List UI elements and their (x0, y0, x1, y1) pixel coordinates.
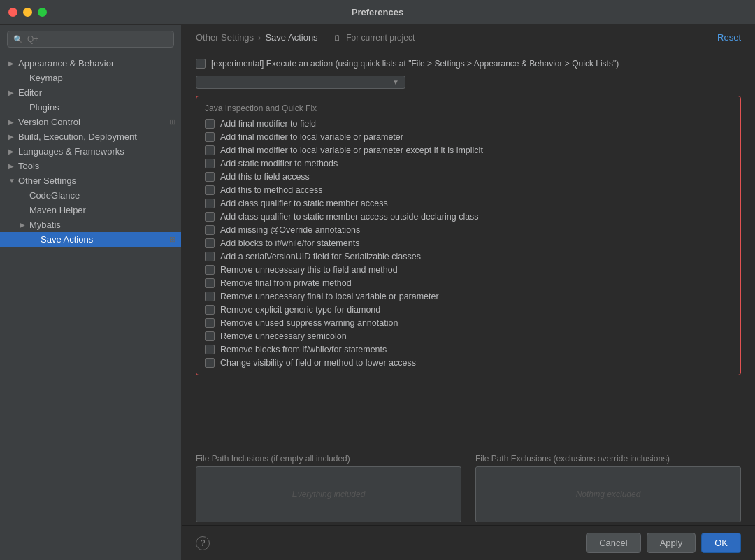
inspection-checkbox[interactable] (205, 119, 215, 129)
sidebar-item-plugins[interactable]: Plugins (0, 100, 181, 115)
inspection-checkbox[interactable] (205, 212, 215, 222)
chevron-right-icon: ▶ (8, 133, 18, 141)
chevron-right-icon: ▶ (8, 148, 18, 155)
titlebar: Preferences (0, 0, 755, 25)
chevron-right-icon: ▶ (20, 221, 29, 229)
list-item: Add a serialVersionUID field for Seriali… (205, 252, 732, 261)
list-item: Add static modifier to methods (205, 159, 732, 168)
sidebar-item-save-actions[interactable]: Save Actions ⊞ (0, 232, 181, 247)
inspection-checkbox[interactable] (205, 145, 215, 155)
chevron-right-icon: ▶ (8, 59, 18, 67)
sidebar-item-other-settings[interactable]: ▼ Other Settings (0, 173, 181, 188)
list-item: Add final modifier to local variable or … (205, 132, 732, 142)
sidebar-item-appearance[interactable]: ▶ Appearance & Behavior (0, 56, 181, 71)
inspection-item-label: Add blocks to if/while/for statements (220, 238, 359, 248)
sidebar-item-tools[interactable]: ▶ Tools (0, 159, 181, 173)
sidebar-item-label: Languages & Frameworks (18, 146, 124, 157)
inspection-checkbox[interactable] (205, 358, 215, 368)
exclusions-label: File Path Exclusions (exclusions overrid… (475, 454, 741, 464)
file-path-inclusions-col: File Path Inclusions (if empty all inclu… (196, 454, 461, 522)
search-container[interactable]: 🔍 (7, 31, 174, 48)
inspection-item-label: Add this to method access (220, 185, 323, 195)
maximize-button[interactable] (38, 8, 47, 17)
copy-icon: ⊞ (169, 235, 175, 244)
exclusions-area: Nothing excluded (475, 466, 741, 522)
inspection-item-label: Add class qualifier to static member acc… (220, 212, 479, 222)
inspection-checkbox[interactable] (205, 185, 215, 195)
inspection-item-label: Add a serialVersionUID field for Seriali… (220, 252, 421, 261)
inspection-checkbox[interactable] (205, 265, 215, 275)
list-item: Add this to field access (205, 172, 732, 182)
inspection-checkbox[interactable] (205, 292, 215, 301)
window-controls (8, 8, 47, 17)
list-item: Remove explicit generic type for diamond (205, 305, 732, 315)
inspection-title: Java Inspection and Quick Fix (205, 103, 732, 113)
experimental-label: [experimental] Execute an action (using … (211, 59, 619, 69)
inspection-item-label: Add static modifier to methods (220, 159, 338, 168)
inspection-checkbox[interactable] (205, 132, 215, 142)
file-paths-section: File Path Inclusions (if empty all inclu… (182, 454, 755, 525)
ok-button[interactable]: OK (701, 533, 741, 553)
file-path-exclusions-col: File Path Exclusions (exclusions overrid… (475, 454, 741, 522)
breadcrumb-separator: › (258, 32, 261, 43)
inspection-item-label: Remove blocks from if/while/for statemen… (220, 345, 387, 354)
inspection-checkbox[interactable] (205, 225, 215, 235)
chevron-down-icon: ▼ (392, 78, 399, 86)
cancel-button[interactable]: Cancel (586, 533, 640, 553)
list-item: Remove unused suppress warning annotatio… (205, 318, 732, 328)
sidebar-item-version-control[interactable]: ▶ Version Control ⊞ (0, 115, 181, 129)
sidebar-item-label: Maven Helper (29, 205, 86, 215)
experimental-checkbox[interactable] (196, 59, 206, 69)
inspection-checkbox[interactable] (205, 238, 215, 248)
search-input[interactable] (27, 34, 168, 44)
inspection-checkbox[interactable] (205, 252, 215, 261)
sidebar-item-label: Plugins (29, 102, 59, 113)
sidebar-item-label: Version Control (18, 117, 80, 127)
sidebar-item-codeglance[interactable]: CodeGlance (0, 188, 181, 203)
inclusions-label: File Path Inclusions (if empty all inclu… (196, 454, 461, 464)
inspection-checkbox[interactable] (205, 159, 215, 168)
sidebar-item-mybatis[interactable]: ▶ Mybatis (0, 217, 181, 232)
list-item: Remove unnecessary final to local variab… (205, 292, 732, 301)
inspection-checkbox[interactable] (205, 172, 215, 182)
inspection-checkbox[interactable] (205, 305, 215, 315)
inclusions-area: Everything included (196, 466, 461, 522)
sidebar-item-label: Appearance & Behavior (18, 58, 114, 69)
sidebar-item-editor[interactable]: ▶ Editor (0, 85, 181, 100)
inspection-checkbox[interactable] (205, 199, 215, 208)
inspection-checkbox[interactable] (205, 331, 215, 341)
quicklist-dropdown[interactable]: ▼ (196, 76, 405, 89)
reset-button[interactable]: Reset (717, 32, 741, 43)
inspection-item-label: Remove final from private method (220, 278, 352, 288)
help-button[interactable]: ? (196, 536, 210, 550)
list-item: Remove final from private method (205, 278, 732, 288)
list-item: Add final modifier to local variable or … (205, 145, 732, 155)
inspection-checkbox[interactable] (205, 278, 215, 288)
sidebar-item-keymap[interactable]: Keymap (0, 71, 181, 85)
inspection-item-label: Remove unnecessary final to local variab… (220, 292, 439, 301)
main-layout: 🔍 ▶ Appearance & Behavior Keymap ▶ Edito… (0, 25, 755, 560)
breadcrumb-parent: Other Settings (196, 32, 254, 43)
sidebar-item-label: Other Settings (18, 175, 76, 186)
inspection-item-label: Add final modifier to local variable or … (220, 132, 403, 142)
sidebar-item-build-execution[interactable]: ▶ Build, Execution, Deployment (0, 129, 181, 144)
inspection-item-label: Add this to field access (220, 172, 310, 182)
window-title: Preferences (352, 7, 403, 17)
dropdown-row: ▼ (196, 76, 741, 89)
sidebar-item-label: Save Actions (41, 234, 93, 245)
inspection-item-label: Add final modifier to local variable or … (220, 145, 483, 155)
list-item: Remove unnecessary this to field and met… (205, 265, 732, 275)
inspection-checkbox[interactable] (205, 318, 215, 328)
apply-button[interactable]: Apply (647, 533, 696, 553)
bottom-bar: ? Cancel Apply OK (182, 525, 755, 560)
sidebar-item-languages[interactable]: ▶ Languages & Frameworks (0, 144, 181, 159)
list-item: Add this to method access (205, 185, 732, 195)
sidebar-item-maven-helper[interactable]: Maven Helper (0, 203, 181, 217)
minimize-button[interactable] (23, 8, 32, 17)
search-icon: 🔍 (13, 35, 23, 44)
inspection-checkbox[interactable] (205, 345, 215, 354)
content-panel: Other Settings › Save Actions 🗒 For curr… (182, 25, 755, 560)
inclusions-placeholder: Everything included (292, 489, 366, 499)
content-header: Other Settings › Save Actions 🗒 For curr… (182, 25, 755, 50)
close-button[interactable] (8, 8, 17, 17)
